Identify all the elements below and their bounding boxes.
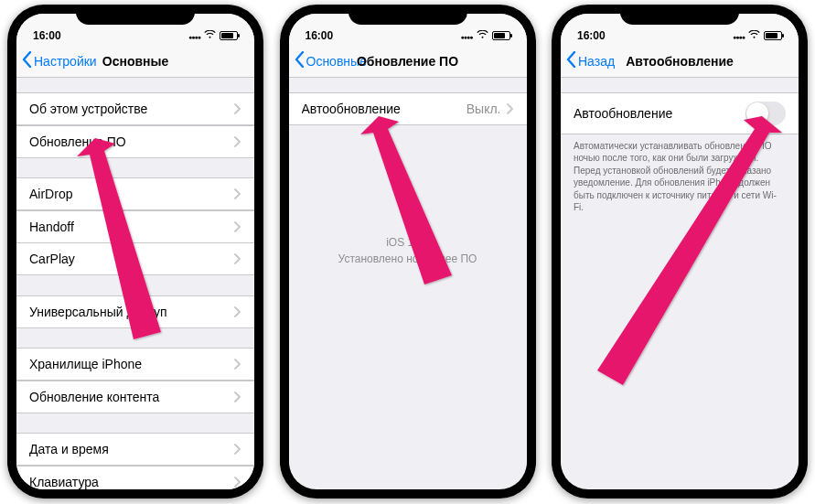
settings-cell[interactable]: Клавиатура <box>16 466 254 490</box>
status-time: 16:00 <box>306 29 334 42</box>
cell-label: Дата и время <box>29 442 234 456</box>
chevron-left-icon <box>22 51 32 70</box>
status-indicators <box>461 29 510 42</box>
phone-frame-3: 16:00 Назад Автообновление Автообновлени… <box>552 5 808 499</box>
auto-update-toggle-cell[interactable]: Автообновление <box>561 92 799 134</box>
page-title: Автообновление <box>626 54 734 69</box>
wifi-icon <box>477 29 488 42</box>
notch <box>620 5 739 25</box>
chevron-right-icon <box>234 444 241 455</box>
nav-bar: Назад Автообновление <box>561 45 799 78</box>
wifi-icon <box>204 29 216 42</box>
screen-1: 16:00 Настройки Основные Об этом устройс… <box>16 14 254 489</box>
screen-2: 16:00 Основные Обновление ПО Автообновле… <box>289 14 527 489</box>
status-time: 16:00 <box>33 29 61 42</box>
chevron-right-icon <box>234 136 241 147</box>
notch <box>76 5 195 25</box>
settings-cell[interactable]: CarPlay <box>16 242 254 275</box>
chevron-right-icon <box>234 253 241 264</box>
status-indicators <box>188 29 238 42</box>
chevron-right-icon <box>234 188 241 199</box>
status-time: 16:00 <box>577 29 606 42</box>
page-title: Основные <box>102 54 169 69</box>
back-button[interactable]: Назад <box>566 51 615 70</box>
chevron-right-icon <box>234 359 241 370</box>
back-label: Настройки <box>34 54 97 69</box>
notch <box>349 5 467 25</box>
toggle-knob <box>746 102 768 124</box>
settings-list[interactable]: Об этом устройствеОбновление ПОAirDropHa… <box>16 78 254 489</box>
settings-cell[interactable]: Обновление контента <box>16 381 254 413</box>
cell-detail: Выкл. <box>466 102 501 116</box>
settings-cell[interactable]: Handoff <box>16 210 254 243</box>
update-status: iOS 12.1 Установлено новейшее ПО <box>289 235 527 268</box>
cell-label: CarPlay <box>29 252 234 266</box>
battery-icon <box>220 31 238 40</box>
auto-update-cell[interactable]: Автообновление Выкл. <box>289 92 527 125</box>
battery-icon <box>764 31 782 40</box>
settings-cell[interactable]: Универсальный доступ <box>16 295 254 328</box>
chevron-right-icon <box>234 477 241 488</box>
toggle-switch[interactable] <box>745 102 786 125</box>
footer-description: Автоматически устанавливать обновления П… <box>561 134 799 220</box>
phone-frame-1: 16:00 Настройки Основные Об этом устройс… <box>7 5 263 499</box>
phone-frame-2: 16:00 Основные Обновление ПО Автообновле… <box>280 5 536 499</box>
settings-cell[interactable]: Хранилище iPhone <box>16 348 254 381</box>
cell-label: Хранилище iPhone <box>29 357 234 371</box>
chevron-right-icon <box>234 306 241 317</box>
signal-icon <box>733 29 745 42</box>
chevron-left-icon <box>295 51 305 70</box>
page-title: Обновление ПО <box>357 54 458 69</box>
cell-label: Handoff <box>29 220 234 234</box>
nav-bar: Основные Обновление ПО <box>289 45 527 78</box>
cell-label: Клавиатура <box>29 475 234 489</box>
screen-3: 16:00 Назад Автообновление Автообновлени… <box>561 14 799 489</box>
settings-cell[interactable]: AirDrop <box>16 177 254 210</box>
wifi-icon <box>748 29 760 42</box>
battery-icon <box>492 31 510 40</box>
cell-label: Автообновление <box>302 102 466 116</box>
signal-icon <box>461 29 473 42</box>
chevron-right-icon <box>507 103 514 114</box>
settings-cell[interactable]: Дата и время <box>16 433 254 466</box>
content: Автообновление Выкл. iOS 12.1 Установлен… <box>289 78 527 489</box>
nav-bar: Настройки Основные <box>16 45 254 78</box>
cell-label: AirDrop <box>29 187 234 201</box>
status-indicators <box>733 29 782 42</box>
cell-label: Обновление контента <box>29 390 234 404</box>
cell-label: Об этом устройстве <box>29 102 234 116</box>
settings-cell[interactable]: Об этом устройстве <box>16 92 254 125</box>
signal-icon <box>188 29 200 42</box>
chevron-right-icon <box>234 221 241 232</box>
settings-cell[interactable]: Обновление ПО <box>16 125 254 158</box>
cell-label: Универсальный доступ <box>29 305 234 319</box>
update-message: Установлено новейшее ПО <box>338 252 477 265</box>
chevron-left-icon <box>566 51 576 70</box>
back-label: Назад <box>578 54 615 69</box>
content: Автообновление Автоматически устанавлива… <box>561 78 799 489</box>
ios-version: iOS 12.1 <box>307 235 509 251</box>
chevron-right-icon <box>234 391 241 402</box>
cell-label: Автообновление <box>574 106 745 121</box>
chevron-right-icon <box>234 103 241 114</box>
cell-label: Обновление ПО <box>29 134 234 149</box>
back-button[interactable]: Настройки <box>22 51 97 70</box>
